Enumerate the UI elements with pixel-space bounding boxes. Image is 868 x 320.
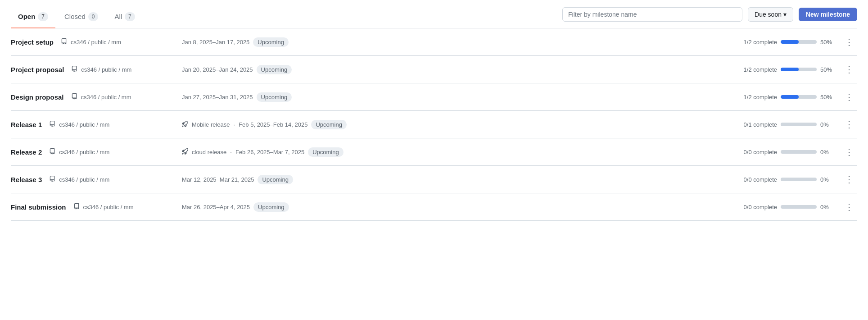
milestone-info: Release 2 cs346 / public / mm [11, 148, 182, 156]
milestone-name[interactable]: Project proposal [11, 66, 64, 73]
table-row: Release 2 cs346 / public / mm cloud rele… [11, 138, 857, 166]
more-options-button[interactable]: ⋮ [841, 118, 857, 131]
status-badge: Upcoming [253, 37, 289, 47]
status-badge: Upcoming [257, 92, 292, 102]
tab-group: Open 7 Closed 0 All 7 [11, 8, 562, 28]
table-row: Release 3 cs346 / public / mm Mar 12, 20… [11, 166, 857, 193]
more-options-button[interactable]: ⋮ [841, 173, 857, 186]
milestone-dates: Feb 26, 2025–Mar 7, 2025 [235, 149, 304, 155]
tab-all[interactable]: All 7 [107, 8, 142, 28]
percent-text: 0% [820, 121, 834, 128]
milestone-repo: cs346 / public / mm [81, 66, 131, 73]
milestone-meta: Mobile release · Feb 5, 2025–Feb 14, 202… [182, 120, 699, 129]
milestone-dates: Jan 8, 2025–Jan 17, 2025 [182, 39, 249, 46]
more-options-button[interactable]: ⋮ [841, 63, 857, 76]
progress-bar-bg [781, 178, 817, 181]
milestone-name[interactable]: Final submission [11, 203, 66, 211]
milestone-dates: Mar 26, 2025–Apr 4, 2025 [182, 204, 250, 210]
tab-open-count: 7 [38, 12, 48, 21]
repo-icon [49, 175, 55, 184]
milestone-dates: Mar 12, 2025–Mar 21, 2025 [182, 176, 254, 183]
percent-text: 50% [820, 39, 834, 46]
percent-text: 0% [820, 204, 834, 210]
repo-icon [49, 148, 55, 156]
milestone-meta: Jan 8, 2025–Jan 17, 2025 Upcoming [182, 37, 699, 47]
progress-section: 1/2 complete 50% [699, 66, 834, 73]
percent-text: 0% [820, 176, 834, 183]
header-right: Due soon ▾ New milestone [562, 7, 857, 28]
status-badge: Upcoming [311, 120, 347, 129]
table-row: Project proposal cs346 / public / mm Jan… [11, 56, 857, 83]
tab-closed-label: Closed [64, 13, 86, 20]
progress-bar-bg [781, 68, 817, 71]
milestone-tag-icon [182, 121, 188, 128]
status-badge: Upcoming [257, 65, 292, 74]
progress-bar-fill [781, 40, 799, 44]
milestone-info: Final submission cs346 / public / mm [11, 203, 182, 211]
milestone-info: Project proposal cs346 / public / mm [11, 65, 182, 74]
milestone-tag: cloud release [192, 149, 226, 155]
progress-section: 0/0 complete 0% [699, 176, 834, 183]
progress-section: 0/1 complete 0% [699, 121, 834, 128]
tab-closed-count: 0 [88, 12, 99, 21]
milestone-dates: Jan 20, 2025–Jan 24, 2025 [182, 66, 253, 73]
repo-icon [49, 120, 55, 129]
status-badge: Upcoming [253, 202, 289, 212]
table-row: Release 1 cs346 / public / mm Mobile rel… [11, 111, 857, 138]
progress-bar-bg [781, 150, 817, 154]
milestone-info: Project setup cs346 / public / mm [11, 38, 182, 46]
more-options-button[interactable]: ⋮ [841, 146, 857, 158]
milestone-dates: Jan 27, 2025–Jan 31, 2025 [182, 94, 253, 101]
progress-section: 0/0 complete 0% [699, 204, 834, 210]
complete-text: 1/2 complete [744, 66, 777, 73]
milestone-name[interactable]: Design proposal [11, 93, 64, 101]
new-milestone-label: New milestone [806, 11, 850, 18]
percent-text: 0% [820, 149, 834, 155]
more-options-button[interactable]: ⋮ [841, 201, 857, 213]
progress-bar-fill [781, 95, 799, 99]
more-options-button[interactable]: ⋮ [841, 91, 857, 103]
more-options-button[interactable]: ⋮ [841, 36, 857, 48]
milestone-meta: Mar 26, 2025–Apr 4, 2025 Upcoming [182, 202, 699, 212]
progress-section: 0/0 complete 0% [699, 149, 834, 155]
repo-icon [71, 65, 77, 74]
tab-closed[interactable]: Closed 0 [57, 8, 105, 28]
tab-all-count: 7 [125, 12, 135, 21]
milestone-meta: Jan 27, 2025–Jan 31, 2025 Upcoming [182, 92, 699, 102]
repo-icon [73, 203, 80, 211]
milestone-name[interactable]: Release 1 [11, 121, 42, 128]
repo-icon [71, 93, 77, 101]
dot-separator: · [234, 121, 235, 128]
milestone-tag-icon [182, 148, 188, 156]
filter-input[interactable] [562, 7, 742, 22]
complete-text: 0/0 complete [744, 176, 777, 183]
complete-text: 0/0 complete [744, 149, 777, 155]
milestone-tag: Mobile release [192, 121, 230, 128]
milestone-name[interactable]: Release 3 [11, 176, 42, 183]
progress-section: 1/2 complete 50% [699, 39, 834, 46]
percent-text: 50% [820, 66, 834, 73]
complete-text: 0/1 complete [744, 121, 777, 128]
complete-text: 1/2 complete [744, 39, 777, 46]
tab-open[interactable]: Open 7 [11, 8, 55, 28]
complete-text: 1/2 complete [744, 94, 777, 101]
table-row: Final submission cs346 / public / mm Mar… [11, 193, 857, 221]
milestone-dates: Feb 5, 2025–Feb 14, 2025 [239, 121, 307, 128]
milestone-info: Release 1 cs346 / public / mm [11, 120, 182, 129]
milestone-repo: cs346 / public / mm [59, 176, 109, 183]
progress-bar-bg [781, 40, 817, 44]
new-milestone-button[interactable]: New milestone [799, 8, 857, 21]
milestone-repo: cs346 / public / mm [59, 149, 109, 155]
chevron-down-icon: ▾ [783, 11, 787, 18]
table-row: Design proposal cs346 / public / mm Jan … [11, 83, 857, 111]
progress-bar-bg [781, 123, 817, 126]
page-container: Open 7 Closed 0 All 7 Due soon ▾ New mil… [0, 0, 868, 320]
milestone-meta: Mar 12, 2025–Mar 21, 2025 Upcoming [182, 175, 699, 184]
status-badge: Upcoming [308, 147, 344, 157]
milestone-name[interactable]: Project setup [11, 38, 54, 46]
milestone-name[interactable]: Release 2 [11, 148, 42, 156]
milestone-repo: cs346 / public / mm [81, 94, 131, 101]
sort-button[interactable]: Due soon ▾ [748, 7, 793, 22]
tab-all-label: All [114, 13, 122, 20]
milestones-list: Project setup cs346 / public / mm Jan 8,… [11, 28, 857, 221]
